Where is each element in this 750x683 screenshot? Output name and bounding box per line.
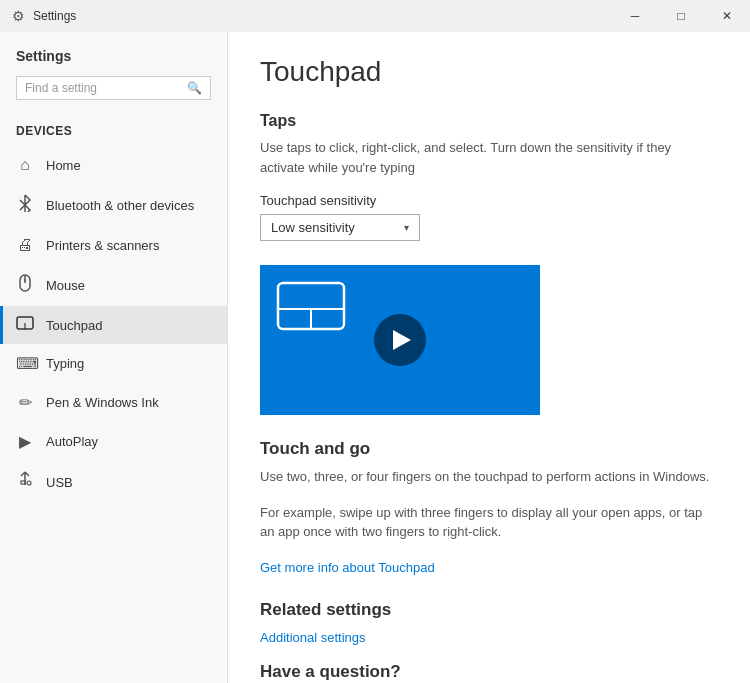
sidebar-item-printers[interactable]: 🖨 Printers & scanners [0, 226, 227, 264]
sidebar-item-autoplay-label: AutoPlay [46, 434, 98, 449]
sidebar-item-mouse[interactable]: Mouse [0, 264, 227, 306]
sidebar-item-touchpad[interactable]: Touchpad [0, 306, 227, 344]
taps-section: Taps Use taps to click, right-click, and… [260, 112, 718, 241]
mouse-icon [16, 274, 34, 296]
sidebar-item-pen-label: Pen & Windows Ink [46, 395, 159, 410]
dropdown-arrow-icon: ▾ [404, 222, 409, 233]
sensitivity-label: Touchpad sensitivity [260, 193, 718, 208]
page-title: Touchpad [260, 56, 718, 88]
sidebar-item-autoplay[interactable]: ▶ AutoPlay [0, 422, 227, 461]
sidebar-section-label: Devices [0, 120, 227, 146]
app-window: Settings 🔍 Devices ⌂ Home Bluetooth & ot… [0, 32, 750, 683]
main-content: Touchpad Taps Use taps to click, right-c… [228, 32, 750, 683]
svg-point-2 [24, 279, 26, 281]
title-bar-left: ⚙ Settings [12, 8, 76, 24]
sidebar-item-mouse-label: Mouse [46, 278, 85, 293]
search-box[interactable]: 🔍 [16, 76, 211, 100]
pen-icon: ✏ [16, 393, 34, 412]
autoplay-icon: ▶ [16, 432, 34, 451]
window-controls: ─ □ ✕ [612, 0, 750, 32]
search-icon: 🔍 [187, 81, 202, 95]
taps-section-title: Taps [260, 112, 718, 130]
touch-and-go-desc1: Use two, three, or four fingers on the t… [260, 467, 718, 487]
maximize-button[interactable]: □ [658, 0, 704, 32]
sidebar-header: Settings 🔍 [0, 32, 227, 120]
additional-settings-link[interactable]: Additional settings [260, 630, 366, 645]
touch-and-go-title: Touch and go [260, 439, 718, 459]
touch-and-go-section: Touch and go Use two, three, or four fin… [260, 439, 718, 576]
sidebar-item-home-label: Home [46, 158, 81, 173]
sensitivity-selected-value: Low sensitivity [271, 220, 355, 235]
touchpad-nav-icon [16, 316, 34, 334]
play-button[interactable] [374, 314, 426, 366]
close-button[interactable]: ✕ [704, 0, 750, 32]
sidebar-item-home[interactable]: ⌂ Home [0, 146, 227, 184]
play-triangle-icon [393, 330, 411, 350]
taps-section-desc: Use taps to click, right-click, and sele… [260, 138, 718, 177]
sidebar-item-printers-label: Printers & scanners [46, 238, 159, 253]
sidebar-item-bluetooth-label: Bluetooth & other devices [46, 198, 194, 213]
sidebar-item-typing[interactable]: ⌨ Typing [0, 344, 227, 383]
printer-icon: 🖨 [16, 236, 34, 254]
question-title: Have a question? [260, 662, 718, 682]
usb-icon [16, 471, 34, 493]
sidebar-item-typing-label: Typing [46, 356, 84, 371]
typing-icon: ⌨ [16, 354, 34, 373]
sensitivity-dropdown[interactable]: Low sensitivity ▾ [260, 214, 420, 241]
settings-app-icon: ⚙ [12, 8, 25, 24]
touch-and-go-desc2: For example, swipe up with three fingers… [260, 503, 718, 542]
title-bar-label: Settings [33, 9, 76, 23]
sidebar-item-touchpad-label: Touchpad [46, 318, 102, 333]
search-input[interactable] [25, 81, 187, 95]
touchpad-video-icon [276, 281, 346, 335]
svg-point-9 [27, 481, 31, 485]
related-settings-section: Related settings Additional settings [260, 600, 718, 646]
title-bar: ⚙ Settings ─ □ ✕ [0, 0, 750, 32]
sidebar-item-bluetooth[interactable]: Bluetooth & other devices [0, 184, 227, 226]
home-icon: ⌂ [16, 156, 34, 174]
sidebar: Settings 🔍 Devices ⌂ Home Bluetooth & ot… [0, 32, 228, 683]
sidebar-app-title: Settings [16, 48, 211, 64]
question-section: Have a question? Fix touchpad problems O… [260, 662, 718, 684]
bluetooth-icon [16, 194, 34, 216]
sidebar-item-usb-label: USB [46, 475, 73, 490]
sidebar-item-pen[interactable]: ✏ Pen & Windows Ink [0, 383, 227, 422]
sidebar-item-usb[interactable]: USB [0, 461, 227, 503]
related-settings-title: Related settings [260, 600, 718, 620]
video-thumbnail[interactable] [260, 265, 540, 415]
touchpad-info-link[interactable]: Get more info about Touchpad [260, 560, 435, 575]
minimize-button[interactable]: ─ [612, 0, 658, 32]
